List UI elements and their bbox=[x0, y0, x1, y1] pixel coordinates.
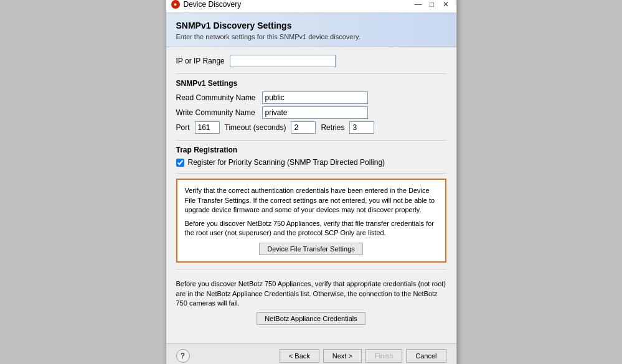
device-file-btn-row: Device File Transfer Settings bbox=[185, 243, 438, 255]
header-subtitle: Enter the network settings for this SNMP… bbox=[176, 33, 446, 40]
content-area: IP or IP Range SNMPv1 Settings Read Comm… bbox=[166, 47, 456, 343]
ip-field-row: IP or IP Range bbox=[176, 55, 446, 67]
read-community-label: Read Community Name bbox=[176, 93, 257, 102]
title-bar-left: ● Device Discovery bbox=[171, 0, 242, 9]
port-input[interactable] bbox=[195, 121, 220, 134]
close-button[interactable]: ✕ bbox=[440, 0, 451, 10]
ip-input[interactable] bbox=[230, 55, 336, 67]
info-box: Before you discover NetBotz 750 Applianc… bbox=[176, 274, 446, 329]
snmpv1-settings-block: SNMPv1 Settings Read Community Name Writ… bbox=[176, 79, 446, 134]
footer-right: < Back Next > Finish Cancel bbox=[280, 349, 446, 363]
trap-section: Trap Registration Register for Priority … bbox=[176, 146, 446, 167]
header-section: SNMPv1 Discovery Settings Enter the netw… bbox=[166, 13, 456, 47]
footer-left: ? bbox=[176, 349, 190, 363]
finish-button[interactable]: Finish bbox=[365, 349, 402, 363]
orange-warning-box: Verify that the correct authentication c… bbox=[176, 179, 446, 263]
write-community-input[interactable] bbox=[262, 106, 368, 119]
device-file-transfer-button[interactable]: Device File Transfer Settings bbox=[259, 243, 363, 255]
trap-checkbox-label: Register for Priority Scanning (SNMP Tra… bbox=[188, 158, 385, 167]
title-controls: — □ ✕ bbox=[413, 0, 451, 10]
netbotz-btn-row: NetBotz Appliance Credentials bbox=[176, 312, 446, 325]
retries-label: Retries bbox=[321, 123, 344, 132]
port-row: Port Timeout (seconds) Retries bbox=[176, 121, 446, 134]
info-text: Before you discover NetBotz 750 Applianc… bbox=[176, 279, 446, 308]
port-label: Port bbox=[176, 123, 190, 132]
read-community-input[interactable] bbox=[262, 91, 368, 104]
next-button[interactable]: Next > bbox=[323, 349, 362, 363]
read-community-row: Read Community Name bbox=[176, 91, 446, 104]
back-button[interactable]: < Back bbox=[280, 349, 319, 363]
timeout-input[interactable] bbox=[291, 121, 316, 134]
write-community-row: Write Community Name bbox=[176, 106, 446, 119]
orange-text-1: Verify that the correct authentication c… bbox=[185, 186, 438, 215]
write-community-label: Write Community Name bbox=[176, 108, 257, 117]
window-title: Device Discovery bbox=[184, 0, 242, 9]
maximize-button[interactable]: □ bbox=[426, 0, 438, 10]
trap-checkbox[interactable] bbox=[176, 159, 184, 167]
app-icon: ● bbox=[171, 0, 180, 9]
title-bar: ● Device Discovery — □ ✕ bbox=[166, 0, 456, 13]
netbotz-credentials-button[interactable]: NetBotz Appliance Credentials bbox=[257, 312, 365, 325]
header-title: SNMPv1 Discovery Settings bbox=[176, 21, 446, 30]
minimize-button[interactable]: — bbox=[413, 0, 424, 10]
snmpv1-section-label: SNMPv1 Settings bbox=[176, 79, 446, 88]
trap-checkbox-row: Register for Priority Scanning (SNMP Tra… bbox=[176, 158, 446, 167]
orange-text-2: Before you discover NetBotz 750 Applianc… bbox=[185, 219, 438, 238]
cancel-button[interactable]: Cancel bbox=[406, 349, 446, 363]
footer: ? < Back Next > Finish Cancel bbox=[166, 343, 456, 364]
timeout-label: Timeout (seconds) bbox=[225, 123, 286, 132]
help-button[interactable]: ? bbox=[176, 349, 190, 363]
ip-label: IP or IP Range bbox=[176, 57, 225, 65]
trap-section-label: Trap Registration bbox=[176, 146, 446, 154]
device-discovery-window: ● Device Discovery — □ ✕ SNMPv1 Discover… bbox=[166, 0, 457, 364]
retries-input[interactable] bbox=[349, 121, 374, 134]
